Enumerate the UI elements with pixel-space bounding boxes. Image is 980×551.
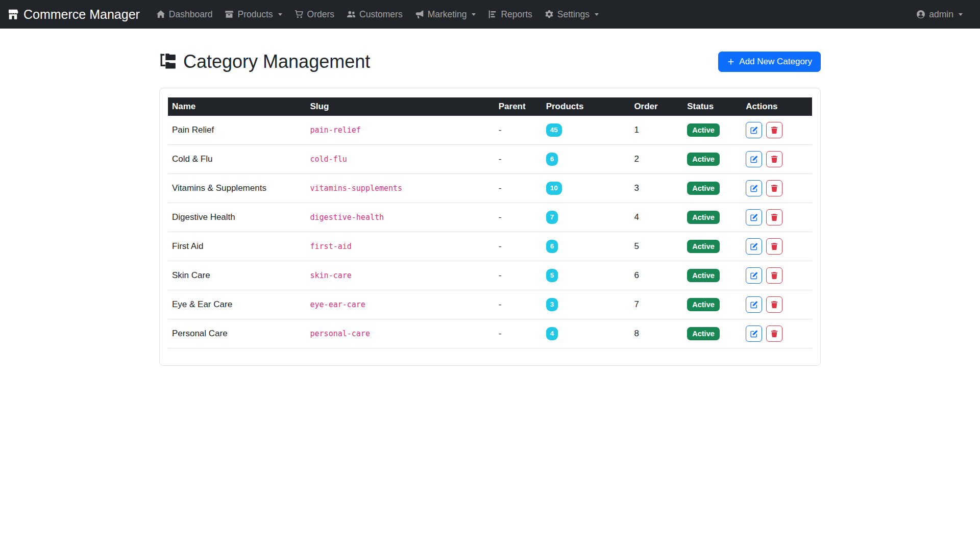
products-cell: 6 [542,145,630,174]
status-badge: Active [687,240,720,254]
table-row: Personal Carepersonal-care-48Active [168,319,812,348]
brand-link[interactable]: Commerce Manager [7,7,140,22]
nav-item-label: Marketing [428,9,467,20]
edit-category-button[interactable] [746,180,762,196]
delete-category-button[interactable] [766,296,782,313]
edit-icon [750,155,758,163]
nav-item-orders[interactable]: Orders [288,5,340,24]
status-cell: Active [683,290,742,319]
parent-cell: - [495,319,542,348]
page-title-text: Category Management [183,51,370,72]
edit-category-button[interactable] [746,267,762,284]
delete-category-button[interactable] [766,238,782,255]
plus-icon [727,58,735,66]
column-header-products: Products [542,97,630,116]
user-label: admin [929,9,953,20]
table-row: First Aidfirst-aid-65Active [168,232,812,261]
table-row: Eye & Ear Careeye-ear-care-37Active [168,290,812,319]
add-new-category-button[interactable]: Add New Category [718,52,821,72]
actions-cell [742,290,812,319]
status-cell: Active [683,261,742,290]
category-name-cell: Vitamins & Supplements [168,174,306,203]
edit-category-button[interactable] [746,151,762,167]
user-menu[interactable]: admin [910,5,969,24]
page-header: Category Management Add New Category [159,51,821,72]
edit-category-button[interactable] [746,296,762,313]
category-name-cell: Digestive Health [168,203,306,232]
status-cell: Active [683,232,742,261]
nav-item-reports[interactable]: Reports [482,5,538,24]
category-slug-cell: personal-care [306,319,495,348]
nav-item-label: Orders [307,9,334,20]
category-name-cell: Pain Relief [168,116,306,145]
nav-item-dashboard[interactable]: Dashboard [150,5,219,24]
nav-item-products[interactable]: Products [218,5,288,24]
parent-cell: - [495,290,542,319]
category-name-cell: Eye & Ear Care [168,290,306,319]
edit-icon [750,184,758,192]
column-header-name: Name [168,97,306,116]
category-name-cell: First Aid [168,232,306,261]
status-cell: Active [683,116,742,145]
actions-cell [742,319,812,348]
delete-category-button[interactable] [766,325,782,342]
edit-icon [750,330,758,338]
actions-cell [742,232,812,261]
category-slug: vitamins-supplements [310,184,403,193]
status-badge: Active [687,211,720,224]
delete-category-button[interactable] [766,180,782,196]
user-circle-icon [916,10,925,19]
nav-item-label: Settings [557,9,590,20]
edit-icon [750,271,758,280]
delete-category-button[interactable] [766,209,782,226]
trash-icon [770,300,778,309]
products-cell: 4 [542,319,630,348]
category-slug-cell: cold-flu [306,145,495,174]
delete-category-button[interactable] [766,122,782,138]
cart-icon [295,10,304,19]
gear-icon [545,10,554,19]
nav-item-settings[interactable]: Settings [538,5,605,24]
nav-item-label: Products [237,9,273,20]
trash-icon [770,242,778,251]
parent-cell: - [495,174,542,203]
products-cell: 3 [542,290,630,319]
nav-item-label: Reports [501,9,532,20]
edit-category-button[interactable] [746,122,762,138]
trash-icon [770,155,778,163]
navbar-right: admin [910,5,969,24]
table-row: Digestive Healthdigestive-health-74Activ… [168,203,812,232]
categories-card: NameSlugParentProductsOrderStatusActions… [159,88,821,366]
category-slug-cell: digestive-health [306,203,495,232]
products-count-badge: 45 [546,123,562,137]
category-slug-cell: first-aid [306,232,495,261]
store-icon [7,9,19,20]
actions-cell [742,174,812,203]
nav-item-marketing[interactable]: Marketing [409,5,482,24]
page-title: Category Management [159,51,370,72]
category-slug: cold-flu [310,155,347,164]
delete-category-button[interactable] [766,267,782,284]
order-cell: 8 [630,319,683,348]
products-cell: 5 [542,261,630,290]
trash-icon [770,126,778,134]
category-slug: personal-care [310,329,370,338]
nav-item-customers[interactable]: Customers [340,5,409,24]
folder-tree-icon [159,53,177,70]
products-count-badge: 10 [546,182,562,195]
status-cell: Active [683,319,742,348]
home-icon [156,10,165,19]
edit-category-button[interactable] [746,238,762,255]
top-navbar: Commerce Manager DashboardProductsOrders… [0,0,980,29]
caret-down-icon [595,13,599,16]
edit-category-button[interactable] [746,325,762,342]
parent-cell: - [495,232,542,261]
edit-category-button[interactable] [746,209,762,226]
status-badge: Active [687,153,720,166]
actions-cell [742,261,812,290]
status-cell: Active [683,145,742,174]
status-badge: Active [687,269,720,283]
trash-icon [770,330,778,338]
delete-category-button[interactable] [766,151,782,167]
order-cell: 4 [630,203,683,232]
